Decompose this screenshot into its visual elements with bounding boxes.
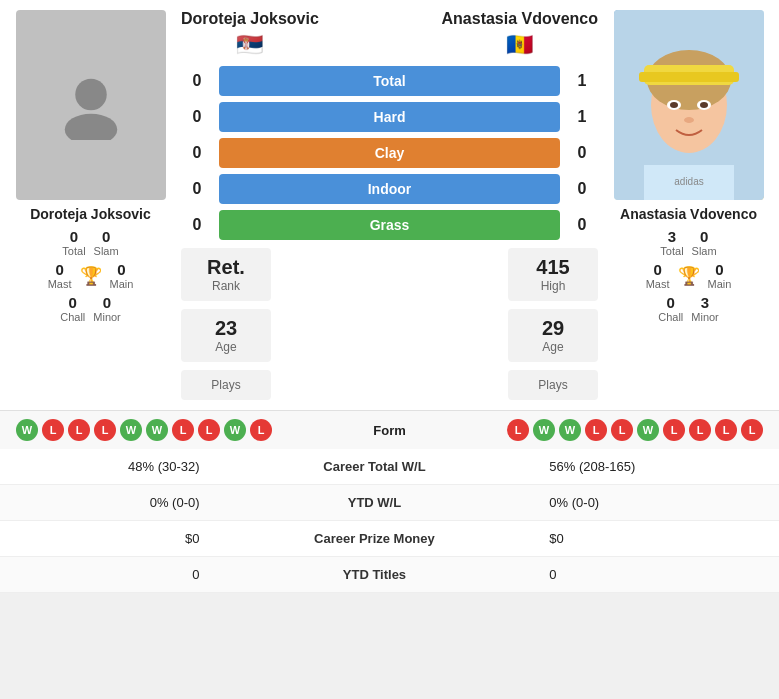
right-chall-val: 0	[667, 294, 675, 311]
player-section: Doroteja Joksovic 0 Total 0 Slam 0 Mast …	[0, 0, 779, 410]
form-left-badge-8: W	[224, 419, 246, 441]
left-player-name: Doroteja Joksovic	[30, 206, 151, 222]
right-slam-val: 0	[700, 228, 708, 245]
left-mast-val: 0	[55, 261, 63, 278]
stats-label: Career Prize Money	[216, 521, 534, 557]
middle-block: Doroteja Joksovic 🇷🇸 Anastasia Vdovenco …	[181, 10, 598, 400]
form-left: WLLLWWLLWL	[16, 419, 272, 441]
left-rank-panel: Ret. Rank	[181, 248, 271, 301]
left-chall-val: 0	[69, 294, 77, 311]
stats-left-val: 0% (0-0)	[0, 485, 216, 521]
form-right-badge-6: L	[663, 419, 685, 441]
left-chall-stat: 0 Chall	[60, 294, 85, 323]
svg-point-11	[684, 117, 694, 123]
right-rank-panel: 415 High	[508, 248, 598, 301]
stats-right-val: 0	[533, 557, 779, 593]
surface-right-score: 0	[566, 216, 598, 234]
left-age-panel: 23 Age	[181, 309, 271, 362]
stats-right-val: 56% (208-165)	[533, 449, 779, 485]
right-name-header: Anastasia Vdovenco	[442, 10, 599, 28]
form-right-badge-7: L	[689, 419, 711, 441]
right-age-val: 29	[520, 317, 586, 340]
surface-row-total: 0 Total 1	[181, 66, 598, 96]
right-main-stat: 0 Main	[708, 261, 732, 290]
surface-right-score: 0	[566, 144, 598, 162]
left-minor-stat: 0 Minor	[93, 294, 121, 323]
surface-right-score: 1	[566, 72, 598, 90]
right-plays-panel: Plays	[508, 370, 598, 400]
right-mast-stat: 0 Mast	[646, 261, 670, 290]
stats-label: YTD W/L	[216, 485, 534, 521]
right-chall-stat: 0 Chall	[658, 294, 683, 323]
main-container: Doroteja Joksovic 0 Total 0 Slam 0 Mast …	[0, 0, 779, 593]
left-slam-stat: 0 Slam	[94, 228, 119, 257]
names-flags-row: Doroteja Joksovic 🇷🇸 Anastasia Vdovenco …	[181, 10, 598, 58]
left-name-header: Doroteja Joksovic	[181, 10, 319, 28]
right-high-val: 415	[520, 256, 586, 279]
stats-left-val: 48% (30-32)	[0, 449, 216, 485]
surface-left-score: 0	[181, 108, 213, 126]
left-slam-val: 0	[102, 228, 110, 245]
stats-row: $0 Career Prize Money $0	[0, 521, 779, 557]
right-age-panel: 29 Age	[508, 309, 598, 362]
stats-row: 48% (30-32) Career Total W/L 56% (208-16…	[0, 449, 779, 485]
left-main-stat: 0 Main	[110, 261, 134, 290]
right-minor-stat: 3 Minor	[691, 294, 719, 323]
form-left-badge-3: L	[94, 419, 116, 441]
left-rank-lbl: Rank	[193, 279, 259, 293]
right-plays-lbl: Plays	[520, 378, 586, 392]
right-main-val: 0	[715, 261, 723, 278]
stats-left-val: $0	[0, 521, 216, 557]
svg-text:adidas: adidas	[674, 176, 703, 187]
left-age-val: 23	[193, 317, 259, 340]
surface-left-score: 0	[181, 144, 213, 162]
left-rank-val: Ret.	[193, 256, 259, 279]
form-label: Form	[272, 423, 507, 438]
surface-row-clay: 0 Clay 0	[181, 138, 598, 168]
form-left-badge-2: L	[68, 419, 90, 441]
left-main-val: 0	[117, 261, 125, 278]
form-left-badge-4: W	[120, 419, 142, 441]
right-flag: 🇲🇩	[506, 32, 533, 58]
form-right: LWWLLWLLLL	[507, 419, 763, 441]
right-total-lbl: Total	[660, 245, 683, 257]
form-right-badge-4: L	[611, 419, 633, 441]
left-slam-lbl: Slam	[94, 245, 119, 257]
stats-row: 0 YTD Titles 0	[0, 557, 779, 593]
svg-rect-6	[639, 72, 739, 82]
left-plays-panel: Plays	[181, 370, 271, 400]
surface-button-hard[interactable]: Hard	[219, 102, 560, 132]
stats-label: Career Total W/L	[216, 449, 534, 485]
left-mast-lbl: Mast	[48, 278, 72, 290]
stats-table: 48% (30-32) Career Total W/L 56% (208-16…	[0, 449, 779, 593]
surface-right-score: 0	[566, 180, 598, 198]
surface-button-grass[interactable]: Grass	[219, 210, 560, 240]
surface-row-grass: 0 Grass 0	[181, 210, 598, 240]
right-total-stat: 3 Total	[660, 228, 683, 257]
stats-row: 0% (0-0) YTD W/L 0% (0-0)	[0, 485, 779, 521]
right-main-lbl: Main	[708, 278, 732, 290]
right-total-val: 3	[668, 228, 676, 245]
surface-row-hard: 0 Hard 1	[181, 102, 598, 132]
left-main-lbl: Main	[110, 278, 134, 290]
right-age-lbl: Age	[520, 340, 586, 354]
right-player-photo: adidas	[614, 10, 764, 200]
stats-label: YTD Titles	[216, 557, 534, 593]
svg-point-10	[700, 102, 708, 108]
left-plays-lbl: Plays	[193, 378, 259, 392]
right-trophy-icon: 🏆	[678, 265, 700, 287]
right-minor-lbl: Minor	[691, 311, 719, 323]
right-player-block: adidas Anastasia Vdovenco 3 Total 0 Slam…	[606, 10, 771, 400]
left-player-block: Doroteja Joksovic 0 Total 0 Slam 0 Mast …	[8, 10, 173, 400]
stats-right-val: 0% (0-0)	[533, 485, 779, 521]
age-panels-row: 23 Age 29 Age	[181, 309, 598, 362]
surface-right-score: 1	[566, 108, 598, 126]
surface-button-indoor[interactable]: Indoor	[219, 174, 560, 204]
svg-point-8	[670, 102, 678, 108]
surface-button-total[interactable]: Total	[219, 66, 560, 96]
right-high-lbl: High	[520, 279, 586, 293]
surface-button-clay[interactable]: Clay	[219, 138, 560, 168]
form-right-badge-0: L	[507, 419, 529, 441]
left-total-lbl: Total	[62, 245, 85, 257]
form-right-badge-8: L	[715, 419, 737, 441]
